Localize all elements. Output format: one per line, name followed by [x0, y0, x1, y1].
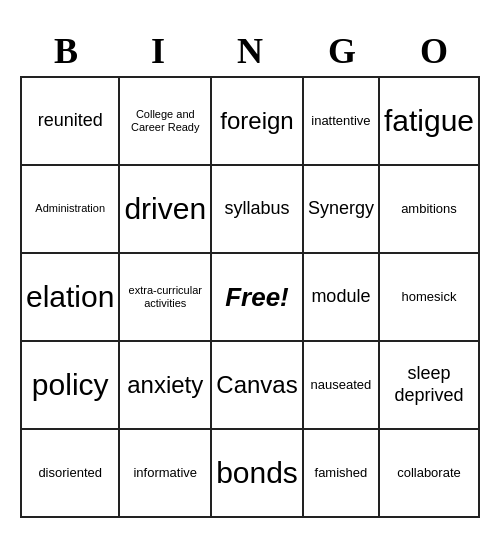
bingo-cell: nauseated [304, 342, 380, 430]
bingo-cell: Free! [212, 254, 304, 342]
bingo-cell: famished [304, 430, 380, 518]
bingo-cell: policy [22, 342, 120, 430]
cell-text: sleep deprived [384, 363, 474, 406]
bingo-cell: homesick [380, 254, 480, 342]
cell-text: Canvas [216, 371, 297, 400]
cell-text: syllabus [224, 198, 289, 220]
cell-text: fatigue [384, 103, 474, 139]
bingo-grid: reunitedCollege and Career Readyforeigni… [20, 76, 480, 518]
cell-text: anxiety [127, 371, 203, 400]
header-letter: I [112, 26, 204, 76]
cell-text: driven [124, 191, 206, 227]
bingo-cell: anxiety [120, 342, 212, 430]
cell-text: ambitions [401, 201, 457, 217]
cell-text: collaborate [397, 465, 461, 481]
bingo-cell: module [304, 254, 380, 342]
bingo-cell: reunited [22, 78, 120, 166]
cell-text: foreign [220, 107, 293, 136]
bingo-cell: inattentive [304, 78, 380, 166]
bingo-cell: bonds [212, 430, 304, 518]
bingo-cell: syllabus [212, 166, 304, 254]
cell-text: inattentive [311, 113, 370, 129]
header-letter: G [296, 26, 388, 76]
cell-text: extra-curricular activities [124, 284, 206, 310]
cell-text: Synergy [308, 198, 374, 220]
bingo-cell: Canvas [212, 342, 304, 430]
cell-text: nauseated [311, 377, 372, 393]
bingo-cell: Administration [22, 166, 120, 254]
cell-text: bonds [216, 455, 298, 491]
bingo-cell: elation [22, 254, 120, 342]
header-letter: B [20, 26, 112, 76]
cell-text: homesick [402, 289, 457, 305]
cell-text: Administration [35, 202, 105, 215]
cell-text: disoriented [38, 465, 102, 481]
cell-text: policy [32, 367, 109, 403]
cell-text: Free! [225, 282, 289, 313]
bingo-cell: collaborate [380, 430, 480, 518]
bingo-cell: disoriented [22, 430, 120, 518]
bingo-cell: fatigue [380, 78, 480, 166]
cell-text: reunited [38, 110, 103, 132]
header-letter: N [204, 26, 296, 76]
cell-text: famished [315, 465, 368, 481]
bingo-cell: College and Career Ready [120, 78, 212, 166]
bingo-cell: extra-curricular activities [120, 254, 212, 342]
bingo-cell: driven [120, 166, 212, 254]
cell-text: module [311, 286, 370, 308]
cell-text: informative [133, 465, 197, 481]
bingo-card: BINGO reunitedCollege and Career Readyfo… [20, 26, 480, 518]
cell-text: College and Career Ready [124, 108, 206, 134]
bingo-cell: foreign [212, 78, 304, 166]
bingo-cell: informative [120, 430, 212, 518]
header-letter: O [388, 26, 480, 76]
bingo-cell: Synergy [304, 166, 380, 254]
bingo-cell: ambitions [380, 166, 480, 254]
bingo-header: BINGO [20, 26, 480, 76]
bingo-cell: sleep deprived [380, 342, 480, 430]
cell-text: elation [26, 279, 114, 315]
